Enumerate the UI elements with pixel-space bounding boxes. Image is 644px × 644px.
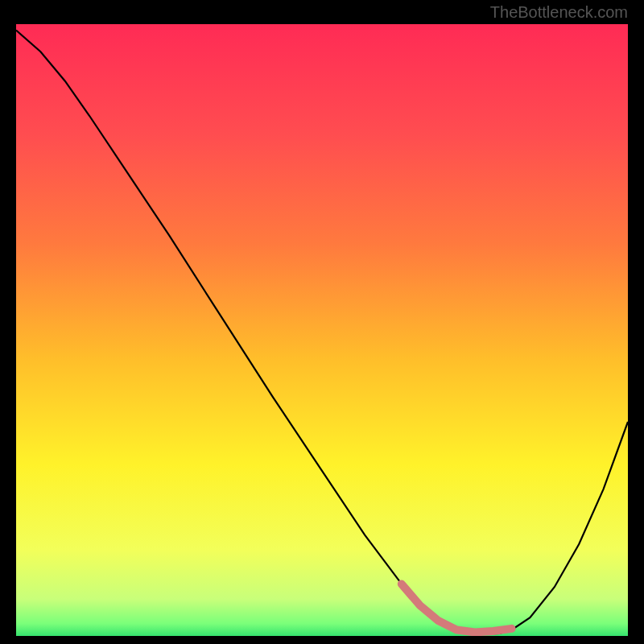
chart-background [16,24,628,636]
chart-svg [16,24,628,636]
chart-container [16,24,628,636]
watermark-label: TheBottleneck.com [490,3,628,22]
